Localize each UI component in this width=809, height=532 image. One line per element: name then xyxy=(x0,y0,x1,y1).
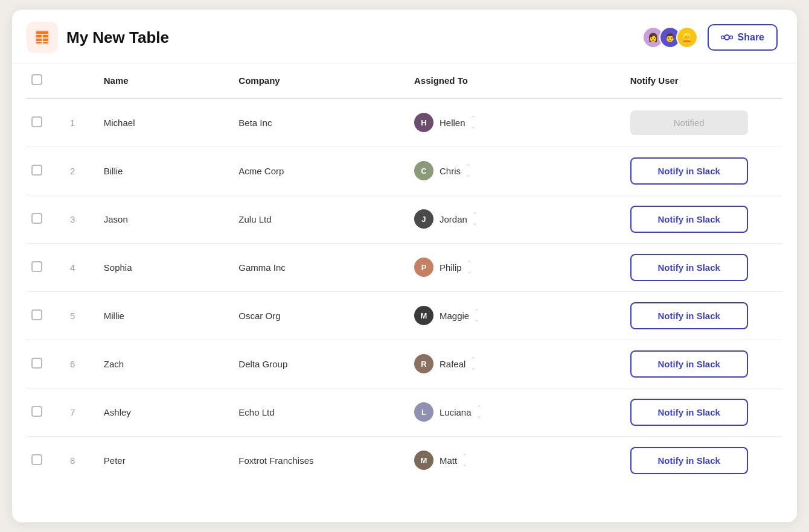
svg-rect-8 xyxy=(43,42,48,43)
assigned-name: Matt xyxy=(440,455,457,466)
row-checkbox-cell xyxy=(27,388,60,436)
page-title: My New Table xyxy=(66,28,169,47)
header-right: 👩 👨 👱 Share xyxy=(642,24,778,51)
row-assigned: RRafeal⌃⌄ xyxy=(405,340,621,388)
notify-slack-button[interactable]: Notify in Slack xyxy=(630,350,748,378)
col-header-name: Name xyxy=(94,63,229,98)
header-left: My New Table xyxy=(27,22,169,53)
collaborator-avatars: 👩 👨 👱 xyxy=(642,27,698,48)
assigned-wrapper: JJordan⌃⌄ xyxy=(414,209,611,229)
user-avatar: J xyxy=(414,209,433,229)
assigned-wrapper: PPhilip⌃⌄ xyxy=(414,258,611,277)
row-notify: Notify in Slack xyxy=(621,340,782,388)
select-all-checkbox[interactable] xyxy=(31,74,42,85)
sort-arrows[interactable]: ⌃⌄ xyxy=(472,211,478,227)
data-table: Name Company Assigned To Notify User 1Mi… xyxy=(27,63,782,484)
sort-arrows[interactable]: ⌃⌄ xyxy=(476,404,482,420)
assigned-cell: RRafeal xyxy=(414,354,465,373)
row-number: 6 xyxy=(60,340,94,388)
assigned-cell: PPhilip xyxy=(414,258,462,277)
assigned-cell: JJordan xyxy=(414,209,467,229)
row-assigned: CChris⌃⌄ xyxy=(405,147,621,195)
assigned-name: Philip xyxy=(440,262,462,273)
svg-rect-2 xyxy=(36,31,48,34)
row-checkbox[interactable] xyxy=(31,454,42,465)
assigned-name: Jordan xyxy=(440,214,467,224)
row-checkbox[interactable] xyxy=(31,213,42,224)
row-name: Sophia xyxy=(94,243,229,291)
row-name: Millie xyxy=(94,291,229,340)
assigned-cell: CChris xyxy=(414,161,461,180)
row-name: Zach xyxy=(94,340,229,388)
row-checkbox[interactable] xyxy=(31,116,42,127)
sort-arrows[interactable]: ⌃⌄ xyxy=(462,452,467,468)
row-notify: Notify in Slack xyxy=(621,243,782,291)
svg-rect-7 xyxy=(36,42,42,43)
row-checkbox-cell xyxy=(27,340,60,388)
row-number: 7 xyxy=(60,388,94,436)
row-assigned: HHellen⌃⌄ xyxy=(405,98,621,147)
table-row: 1MichaelBeta IncHHellen⌃⌄Notified xyxy=(27,98,782,147)
col-header-num xyxy=(60,63,94,98)
app-icon xyxy=(27,22,58,53)
table-container: Name Company Assigned To Notify User 1Mi… xyxy=(12,63,797,484)
table-row: 2BillieAcme CorpCChris⌃⌄Notify in Slack xyxy=(27,147,782,195)
row-notify: Notify in Slack xyxy=(621,388,782,436)
sort-arrows[interactable]: ⌃⌄ xyxy=(470,115,476,130)
user-avatar: L xyxy=(414,402,433,422)
user-avatar: H xyxy=(414,113,433,132)
header: My New Table 👩 👨 👱 Share xyxy=(12,10,797,63)
assigned-wrapper: HHellen⌃⌄ xyxy=(414,113,611,132)
row-checkbox[interactable] xyxy=(31,309,42,320)
notify-slack-button[interactable]: Notify in Slack xyxy=(630,302,748,329)
svg-rect-3 xyxy=(36,35,42,37)
table-body: 1MichaelBeta IncHHellen⌃⌄Notified2Billie… xyxy=(27,98,782,484)
assigned-cell: MMatt xyxy=(414,451,457,470)
svg-rect-6 xyxy=(43,39,48,41)
row-name: Michael xyxy=(94,98,229,147)
row-name: Peter xyxy=(94,436,229,484)
row-company: Acme Corp xyxy=(229,147,405,195)
user-avatar: M xyxy=(414,306,433,325)
assigned-cell: MMaggie xyxy=(414,306,469,325)
assigned-name: Chris xyxy=(440,166,461,176)
row-checkbox[interactable] xyxy=(31,165,42,176)
row-checkbox[interactable] xyxy=(31,358,42,369)
notify-slack-button[interactable]: Notify in Slack xyxy=(630,399,748,426)
table-icon xyxy=(34,29,51,46)
sort-arrows[interactable]: ⌃⌄ xyxy=(467,259,472,275)
svg-point-10 xyxy=(721,36,724,39)
assigned-wrapper: MMatt⌃⌄ xyxy=(414,451,611,470)
assigned-wrapper: RRafeal⌃⌄ xyxy=(414,354,611,373)
svg-rect-5 xyxy=(36,39,42,41)
row-checkbox[interactable] xyxy=(31,261,42,272)
share-button[interactable]: Share xyxy=(708,24,778,51)
row-number: 4 xyxy=(60,243,94,291)
notify-slack-button[interactable]: Notify in Slack xyxy=(630,157,748,185)
assigned-name: Rafeal xyxy=(440,359,465,369)
user-avatar: M xyxy=(414,451,433,470)
assigned-wrapper: LLuciana⌃⌄ xyxy=(414,402,611,422)
notify-slack-button[interactable]: Notify in Slack xyxy=(630,206,748,233)
row-notify: Notify in Slack xyxy=(621,436,782,484)
notify-slack-button[interactable]: Notify in Slack xyxy=(630,254,748,281)
row-number: 2 xyxy=(60,147,94,195)
assigned-name: Luciana xyxy=(440,407,472,417)
assigned-cell: HHellen xyxy=(414,113,465,132)
user-avatar: C xyxy=(414,161,433,180)
sort-arrows[interactable]: ⌃⌄ xyxy=(470,356,476,372)
row-number: 8 xyxy=(60,436,94,484)
row-number: 5 xyxy=(60,291,94,340)
row-company: Gamma Inc xyxy=(229,243,405,291)
row-checkbox[interactable] xyxy=(31,406,42,417)
row-company: Beta Inc xyxy=(229,98,405,147)
assigned-wrapper: MMaggie⌃⌄ xyxy=(414,306,611,325)
sort-arrows[interactable]: ⌃⌄ xyxy=(465,163,471,179)
col-header-assigned: Assigned To xyxy=(405,63,621,98)
sort-arrows[interactable]: ⌃⌄ xyxy=(474,308,479,323)
row-checkbox-cell xyxy=(27,291,60,340)
notify-slack-button[interactable]: Notify in Slack xyxy=(630,447,748,474)
row-name: Billie xyxy=(94,147,229,195)
assigned-cell: LLuciana xyxy=(414,402,472,422)
row-name: Jason xyxy=(94,195,229,243)
